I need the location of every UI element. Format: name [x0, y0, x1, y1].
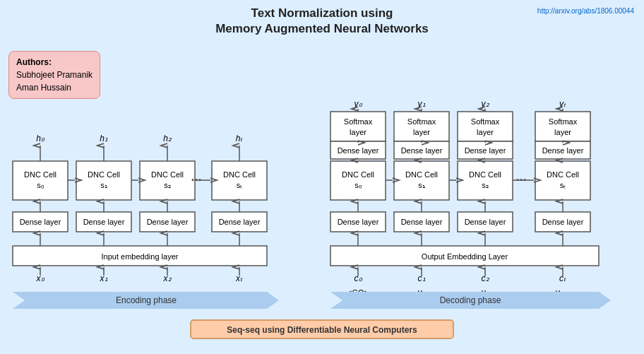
title-line1: Text Normalization using	[251, 6, 393, 20]
svg-text:Dense layer: Dense layer	[542, 146, 584, 155]
svg-text:hₜ: hₜ	[236, 134, 244, 143]
svg-text:Output Embedding Layer: Output Embedding Layer	[422, 252, 508, 261]
svg-text:DNC Cell: DNC Cell	[469, 170, 501, 179]
svg-text:DNC Cell: DNC Cell	[405, 170, 438, 179]
svg-text:Dense layer: Dense layer	[401, 218, 443, 226]
svg-text:DNC Cell: DNC Cell	[88, 170, 120, 179]
svg-text:s₂: s₂	[164, 181, 171, 189]
svg-text:y₂: y₂	[481, 99, 490, 109]
svg-text:h₂: h₂	[163, 134, 172, 143]
svg-rect-76	[394, 112, 449, 141]
input-embedding-label: Input embedding layer	[102, 252, 179, 261]
svg-text:Decoding phase: Decoding phase	[440, 295, 501, 305]
svg-text:s₂: s₂	[482, 181, 489, 189]
svg-text:Dense layer: Dense layer	[465, 146, 506, 155]
diagram-svg: Input embedding layer Dense layer Dense …	[0, 41, 644, 352]
svg-rect-73	[330, 112, 386, 141]
svg-text:Softmax: Softmax	[407, 117, 436, 126]
svg-text:DNC Cell: DNC Cell	[547, 170, 579, 179]
svg-text:layer: layer	[477, 128, 494, 136]
title-line2: Memory Augmented Neural Networks	[215, 22, 429, 35]
svg-text:DNC Cell: DNC Cell	[24, 170, 56, 179]
title-area: Text Normalization using Memory Augmente…	[0, 0, 644, 40]
svg-text:Softmax: Softmax	[344, 117, 373, 126]
svg-rect-79	[458, 112, 513, 141]
svg-rect-82	[535, 112, 590, 141]
svg-text:DNC Cell: DNC Cell	[151, 170, 184, 179]
svg-text:layer: layer	[554, 128, 571, 136]
svg-text:s₀: s₀	[37, 181, 44, 189]
svg-text:h₀: h₀	[36, 134, 45, 143]
svg-text:s₁: s₁	[418, 181, 425, 189]
svg-text:sₜ: sₜ	[560, 181, 566, 189]
svg-text:Dense layer: Dense layer	[219, 218, 261, 226]
svg-text:y₁: y₁	[417, 99, 426, 109]
svg-text:yₜ: yₜ	[559, 99, 566, 109]
svg-text:Softmax: Softmax	[549, 117, 578, 126]
svg-text:Dense layer: Dense layer	[401, 146, 443, 155]
svg-text:Seq-seq using Differentiable N: Seq-seq using Differentiable Neural Comp…	[227, 325, 417, 335]
svg-text:Dense layer: Dense layer	[83, 218, 125, 226]
svg-text:DNC Cell: DNC Cell	[342, 170, 374, 179]
svg-text:Dense layer: Dense layer	[338, 146, 379, 155]
svg-text:Dense layer: Dense layer	[20, 218, 61, 226]
svg-text:Dense layer: Dense layer	[465, 218, 506, 226]
svg-text:DNC Cell: DNC Cell	[223, 170, 256, 179]
main-container: Text Normalization using Memory Augmente…	[0, 0, 644, 354]
svg-text:Encoding phase: Encoding phase	[116, 295, 177, 305]
svg-text:y₀: y₀	[354, 99, 363, 109]
svg-text:Dense layer: Dense layer	[338, 218, 379, 226]
svg-text:sₜ: sₜ	[237, 181, 243, 189]
svg-text:Softmax: Softmax	[471, 117, 500, 126]
svg-text:layer: layer	[413, 128, 430, 136]
svg-text:h₁: h₁	[100, 134, 108, 143]
svg-text:s₁: s₁	[100, 181, 107, 189]
svg-text:Dense layer: Dense layer	[147, 218, 189, 226]
svg-text:layer: layer	[350, 128, 366, 136]
arxiv-link: http://arxiv.org/abs/1806.00044	[537, 7, 634, 15]
svg-text:Dense layer: Dense layer	[542, 218, 584, 226]
svg-text:s₀: s₀	[354, 181, 362, 189]
